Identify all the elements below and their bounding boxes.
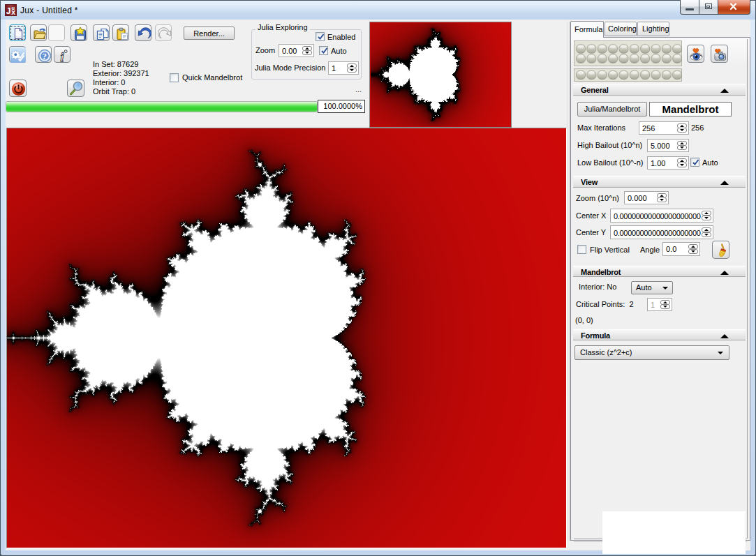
svg-text:?: ?: [42, 51, 47, 61]
svg-text:x: x: [11, 8, 15, 16]
svg-text:i: i: [60, 50, 64, 63]
svg-text:J: J: [6, 6, 11, 16]
